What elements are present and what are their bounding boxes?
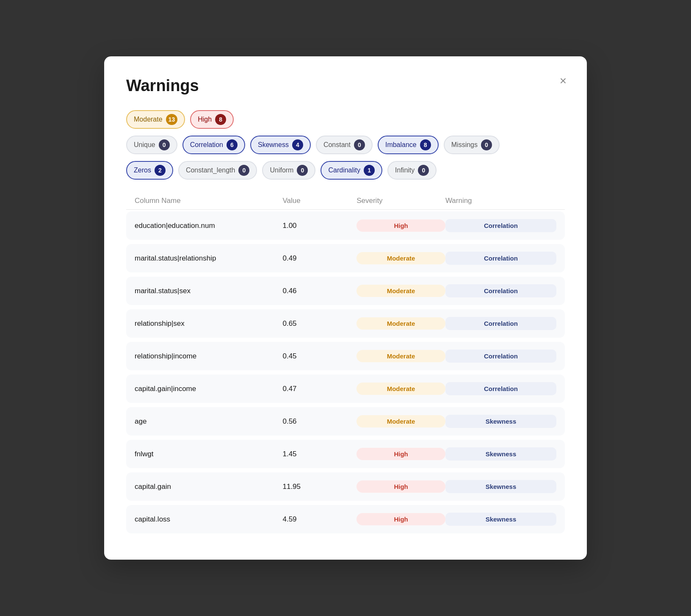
severity-badge: Moderate [357, 285, 445, 297]
badge-moderate-count: 13 [166, 114, 178, 125]
warning-badge: Correlation [445, 284, 556, 297]
badge-infinity-label: Infinity [395, 166, 415, 174]
badge-uniform-label: Uniform [270, 166, 293, 174]
filter-badge-cardinality[interactable]: Cardinality 1 [321, 161, 382, 180]
warning-badge: Correlation [445, 219, 556, 232]
header-column-name: Column Name [135, 197, 282, 205]
col-name: relationship|sex [135, 319, 282, 328]
warning-badge: Correlation [445, 382, 556, 395]
col-name: education|education.num [135, 222, 282, 230]
table-row: capital.gain|income 0.47 Moderate Correl… [126, 375, 565, 403]
badge-infinity-count: 0 [418, 165, 429, 176]
badge-unique-count: 0 [159, 139, 170, 150]
filter-badge-skewness[interactable]: Skewness 4 [250, 136, 311, 154]
table-row: marital.status|relationship 0.49 Moderat… [126, 244, 565, 272]
table-row: relationship|sex 0.65 Moderate Correlati… [126, 309, 565, 338]
severity-badge: Moderate [357, 383, 445, 395]
table-row: marital.status|sex 0.46 Moderate Correla… [126, 277, 565, 305]
badge-cardinality-label: Cardinality [328, 166, 360, 174]
warning-badge: Skewness [445, 415, 556, 428]
warning-badge: Skewness [445, 480, 556, 493]
table-row: education|education.num 1.00 High Correl… [126, 211, 565, 240]
severity-badge: High [357, 448, 445, 460]
col-name: marital.status|relationship [135, 254, 282, 263]
table-row: capital.gain 11.95 High Skewness [126, 472, 565, 501]
severity-badge: Moderate [357, 350, 445, 362]
col-name: capital.gain [135, 483, 282, 491]
badge-constant-label: Constant [323, 141, 351, 149]
col-name: marital.status|sex [135, 287, 282, 295]
table-row: fnlwgt 1.45 High Skewness [126, 440, 565, 468]
severity-badge: Moderate [357, 252, 445, 264]
badge-constant-length-label: Constant_length [186, 166, 235, 174]
modal-overlay: Warnings × Moderate 13 High 8 Unique 0 C… [0, 0, 691, 616]
warnings-modal: Warnings × Moderate 13 High 8 Unique 0 C… [104, 56, 587, 560]
badge-constant-count: 0 [354, 139, 365, 150]
warning-badge: Correlation [445, 317, 556, 330]
badge-missings-count: 0 [481, 139, 492, 150]
filter-badge-infinity[interactable]: Infinity 0 [387, 161, 437, 180]
table-row: relationship|income 0.45 Moderate Correl… [126, 342, 565, 370]
severity-badge: High [357, 480, 445, 493]
severity-badge: High [357, 219, 445, 232]
badge-high-count: 8 [215, 114, 226, 125]
warning-badge: Skewness [445, 447, 556, 461]
filter-badge-zeros[interactable]: Zeros 2 [126, 161, 173, 180]
severity-badge: Moderate [357, 415, 445, 427]
col-value: 0.65 [282, 319, 357, 328]
badge-zeros-count: 2 [155, 165, 166, 176]
col-name: relationship|income [135, 352, 282, 361]
col-value: 1.00 [282, 222, 357, 230]
badge-moderate-label: Moderate [134, 116, 163, 123]
filter-badge-missings[interactable]: Missings 0 [444, 136, 500, 154]
filter-badge-high[interactable]: High 8 [190, 110, 234, 129]
col-value: 11.95 [282, 483, 357, 491]
col-value: 0.56 [282, 417, 357, 426]
badge-high-label: High [198, 116, 212, 123]
badge-zeros-label: Zeros [134, 166, 151, 174]
severity-filter-row: Moderate 13 High 8 [126, 110, 565, 129]
close-button[interactable]: × [560, 75, 567, 87]
col-value: 0.47 [282, 385, 357, 393]
filter-badge-constant[interactable]: Constant 0 [316, 136, 373, 154]
warning-badge: Correlation [445, 350, 556, 363]
severity-badge: High [357, 513, 445, 525]
badge-uniform-count: 0 [297, 165, 308, 176]
badge-unique-label: Unique [134, 141, 155, 149]
filter-badge-unique[interactable]: Unique 0 [126, 136, 177, 154]
severity-badge: Moderate [357, 317, 445, 330]
filter-badge-imbalance[interactable]: Imbalance 8 [378, 136, 439, 154]
header-warning: Warning [445, 197, 556, 205]
warning-badge: Correlation [445, 252, 556, 265]
badge-imbalance-label: Imbalance [385, 141, 417, 149]
col-value: 4.59 [282, 515, 357, 524]
warning-badge: Skewness [445, 513, 556, 526]
filter-badge-uniform[interactable]: Uniform 0 [262, 161, 315, 180]
col-value: 0.49 [282, 254, 357, 263]
filter-badge-constant-length[interactable]: Constant_length 0 [178, 161, 257, 180]
badge-skewness-count: 4 [292, 139, 303, 150]
col-value: 0.46 [282, 287, 357, 295]
badge-imbalance-count: 8 [420, 139, 431, 150]
col-name: capital.gain|income [135, 385, 282, 393]
table-row: capital.loss 4.59 High Skewness [126, 505, 565, 533]
badge-skewness-label: Skewness [258, 141, 289, 149]
badge-missings-label: Missings [451, 141, 478, 149]
warning-filter-row-2: Zeros 2 Constant_length 0 Uniform 0 Card… [126, 161, 565, 180]
badge-correlation-label: Correlation [190, 141, 223, 149]
filter-badge-moderate[interactable]: Moderate 13 [126, 110, 185, 129]
modal-title: Warnings [126, 77, 565, 95]
badge-constant-length-count: 0 [238, 165, 249, 176]
col-name: fnlwgt [135, 450, 282, 458]
warnings-table: Column Name Value Severity Warning educa… [126, 192, 565, 533]
badge-correlation-count: 6 [227, 139, 238, 150]
table-header: Column Name Value Severity Warning [126, 192, 565, 210]
warning-filter-row-1: Unique 0 Correlation 6 Skewness 4 Consta… [126, 136, 565, 154]
badge-cardinality-count: 1 [364, 165, 375, 176]
table-row: age 0.56 Moderate Skewness [126, 407, 565, 436]
header-severity: Severity [357, 197, 445, 205]
filter-badge-correlation[interactable]: Correlation 6 [182, 136, 245, 154]
col-value: 1.45 [282, 450, 357, 458]
col-value: 0.45 [282, 352, 357, 361]
col-name: age [135, 417, 282, 426]
